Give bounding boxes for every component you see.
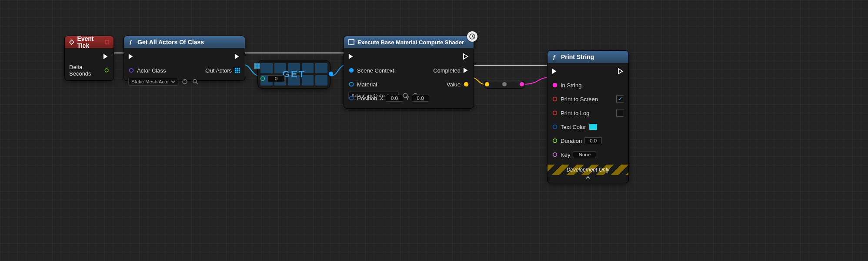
struct-in-pin[interactable] xyxy=(552,124,558,130)
browse-icon[interactable] xyxy=(191,78,199,86)
svg-rect-14 xyxy=(235,69,237,71)
text-color-swatch[interactable] xyxy=(589,123,598,130)
svg-rect-21 xyxy=(256,63,258,65)
print-log-checkbox[interactable] xyxy=(616,109,624,117)
struct-in-pin[interactable] xyxy=(348,95,354,101)
svg-line-10 xyxy=(196,83,198,84)
svg-rect-22 xyxy=(258,63,260,65)
class-in-pin[interactable] xyxy=(128,67,134,73)
node-execute-shader[interactable]: Execute Base Material Compute Shader Sce… xyxy=(344,36,474,109)
latent-badge xyxy=(467,31,477,42)
pin-label-print-screen: Print to Screen xyxy=(561,96,598,102)
pin-label-duration: Duration xyxy=(561,138,582,144)
svg-point-50 xyxy=(553,111,557,115)
svg-marker-2 xyxy=(103,54,108,59)
bool-in-pin[interactable] xyxy=(552,110,558,116)
svg-rect-26 xyxy=(254,67,256,69)
node-title: Print String xyxy=(561,53,594,60)
collapse-advanced-button[interactable] xyxy=(548,175,628,183)
wildcard-out-pin[interactable] xyxy=(463,81,469,87)
exec-out-pin[interactable] xyxy=(234,53,240,59)
svg-text:f: f xyxy=(553,54,556,60)
node-header[interactable]: Event Tick xyxy=(65,36,114,48)
float-out-pin[interactable] xyxy=(104,67,109,73)
name-in-pin[interactable] xyxy=(552,152,558,158)
chevron-down-icon xyxy=(171,79,175,84)
exec-in-pin[interactable] xyxy=(552,68,558,74)
svg-rect-11 xyxy=(235,68,237,69)
node-header[interactable]: f Get All Actors Of Class xyxy=(124,36,245,48)
print-screen-checkbox[interactable] xyxy=(616,95,624,103)
pin-label-value: Value xyxy=(447,81,461,88)
svg-point-3 xyxy=(105,69,108,72)
pin-label-position: Position xyxy=(357,95,377,102)
latent-icon xyxy=(348,39,354,45)
node-print-string[interactable]: f Print String In String Print to Screen… xyxy=(547,50,629,183)
float-in-pin[interactable] xyxy=(552,138,558,144)
pin-label-print-log: Print to Log xyxy=(561,110,590,116)
exec-out-pin-completed[interactable] xyxy=(463,67,469,73)
function-icon: f xyxy=(128,39,134,45)
svg-point-9 xyxy=(193,79,197,83)
pin-label-actor-class: Actor Class xyxy=(137,67,166,74)
event-icon xyxy=(69,39,74,45)
duration-input[interactable]: 0.0 xyxy=(584,137,602,144)
exec-in-pin[interactable] xyxy=(128,53,134,59)
int-in-pin[interactable] xyxy=(260,76,266,82)
svg-line-44 xyxy=(472,36,474,37)
actor-class-value: Static Mesh Actc xyxy=(131,79,168,84)
node-get-all-actors[interactable]: f Get All Actors Of Class Actor Class St… xyxy=(124,36,245,81)
pin-label-key: Key xyxy=(561,152,570,158)
object-in-pin[interactable] xyxy=(348,67,354,73)
svg-rect-28 xyxy=(258,67,260,69)
svg-rect-17 xyxy=(235,72,237,73)
node-array-get[interactable]: GET 0 xyxy=(257,60,331,89)
svg-rect-24 xyxy=(256,65,258,67)
svg-marker-5 xyxy=(129,54,133,59)
actor-class-select[interactable]: Static Mesh Actc xyxy=(128,78,178,86)
bool-in-pin[interactable] xyxy=(552,96,558,102)
key-input[interactable]: None xyxy=(573,151,596,158)
reroute-out-pin[interactable] xyxy=(520,82,524,86)
svg-marker-46 xyxy=(552,69,557,74)
array-out-pin[interactable] xyxy=(234,67,240,73)
svg-rect-16 xyxy=(239,69,240,71)
exec-in-pin[interactable] xyxy=(348,53,354,59)
get-label: GET xyxy=(282,69,306,80)
svg-rect-20 xyxy=(254,63,256,65)
reset-icon[interactable] xyxy=(181,78,189,86)
svg-marker-32 xyxy=(349,54,353,59)
pos-y-label: Y xyxy=(406,96,409,101)
svg-rect-25 xyxy=(258,65,260,67)
node-title: Get All Actors Of Class xyxy=(137,39,204,46)
svg-point-49 xyxy=(553,97,557,101)
object-in-pin-material[interactable] xyxy=(348,81,354,87)
exec-out-pin[interactable] xyxy=(103,53,109,59)
svg-point-51 xyxy=(553,125,557,129)
string-in-pin[interactable] xyxy=(552,82,558,88)
pos-y-input[interactable]: 0.0 xyxy=(412,95,429,102)
pin-label-material: Material xyxy=(357,81,377,88)
svg-rect-1 xyxy=(105,40,109,44)
get-index-input[interactable]: 0 xyxy=(267,75,285,82)
array-in-pin[interactable] xyxy=(254,63,260,69)
node-reroute[interactable] xyxy=(484,81,525,89)
reroute-handle[interactable] xyxy=(502,82,507,86)
node-header[interactable]: f Print String xyxy=(548,51,628,63)
exec-out-pin[interactable] xyxy=(463,53,469,59)
pos-x-input[interactable]: 0.0 xyxy=(386,95,403,102)
svg-rect-31 xyxy=(349,40,354,45)
function-icon: f xyxy=(552,54,558,60)
svg-rect-23 xyxy=(254,65,256,67)
svg-marker-33 xyxy=(464,54,468,59)
svg-point-52 xyxy=(553,139,557,143)
svg-marker-6 xyxy=(235,54,239,59)
node-header[interactable]: Execute Base Material Compute Shader xyxy=(344,36,474,48)
svg-point-30 xyxy=(329,72,334,76)
object-out-pin[interactable] xyxy=(328,71,334,77)
svg-point-48 xyxy=(553,83,558,88)
node-event-tick[interactable]: Event Tick Delta Seconds xyxy=(64,36,114,81)
svg-point-41 xyxy=(350,96,354,100)
exec-out-pin[interactable] xyxy=(618,68,624,74)
reroute-in-pin[interactable] xyxy=(485,82,489,86)
